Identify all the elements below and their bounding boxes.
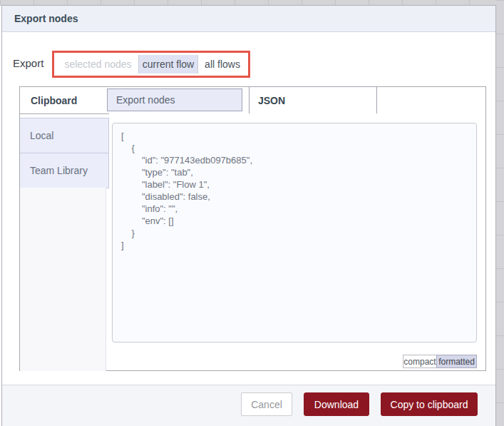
json-line: ] — [121, 239, 468, 251]
json-line: "info": "", — [121, 203, 468, 215]
json-export-preview[interactable]: [ { "id": "977143edb097b685", "type": "t… — [112, 123, 477, 343]
export-tabs-container: Clipboard Export nodes JSON Local Team L… — [19, 86, 486, 371]
copy-to-clipboard-button[interactable]: Copy to clipboard — [381, 392, 478, 416]
sidebar-item-local[interactable]: Local — [20, 118, 109, 153]
json-line: [ — [121, 130, 468, 142]
workspace-grid-right — [496, 0, 504, 426]
dialog-title: Export nodes — [14, 13, 78, 24]
export-scope-label: Export — [13, 57, 43, 69]
sidebar-empty-area — [20, 188, 106, 371]
download-button[interactable]: Download — [304, 392, 369, 416]
tab-clipboard[interactable]: Clipboard — [20, 87, 109, 114]
json-line: } — [121, 227, 468, 239]
json-line: "type": "tab", — [121, 166, 468, 178]
cancel-button[interactable]: Cancel — [241, 392, 292, 416]
json-line: "id": "977143edb097b685", — [121, 154, 468, 166]
json-line: "env": [] — [121, 215, 468, 227]
annotation-highlight-rectangle — [52, 51, 250, 78]
tab-export-nodes[interactable]: Export nodes — [107, 88, 242, 111]
json-line: "label": "Flow 1", — [121, 178, 468, 191]
export-nodes-dialog: Export nodes Export selected nodes curre… — [1, 5, 496, 426]
json-format-toggle: compact formatted — [403, 355, 477, 368]
format-formatted-button[interactable]: formatted — [436, 355, 477, 368]
json-line: "disabled": false, — [121, 191, 468, 203]
tab-json[interactable]: JSON — [249, 86, 377, 113]
format-compact-button[interactable]: compact — [403, 355, 436, 368]
dialog-header: Export nodes — [2, 6, 495, 32]
json-line: { — [121, 142, 468, 154]
sidebar-item-team-library[interactable]: Team Library — [20, 153, 109, 188]
